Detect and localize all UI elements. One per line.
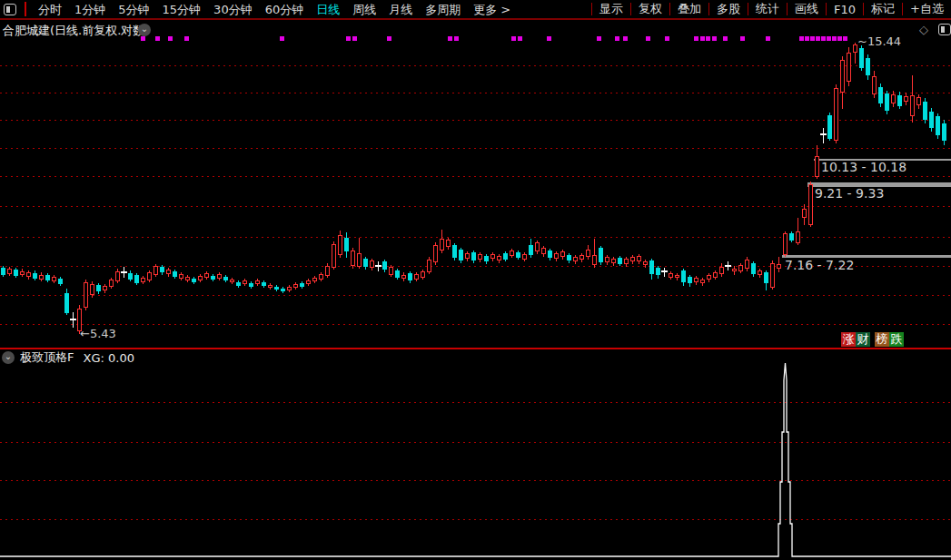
candle-body [440, 239, 444, 251]
candle-body [535, 242, 540, 251]
candle-body [688, 277, 692, 283]
menu-item-分时[interactable]: 分时 [32, 3, 68, 16]
candle-body [866, 58, 870, 75]
candle-body [478, 254, 482, 260]
candle-body [789, 233, 794, 241]
menu-item-复权[interactable]: 复权 [631, 1, 669, 17]
candle-body [141, 278, 145, 282]
candle-body [134, 275, 139, 283]
candle-body [827, 115, 832, 139]
candle-body [281, 289, 285, 291]
candle-doji [820, 133, 827, 135]
candle-body [796, 231, 800, 243]
candle-body [516, 252, 520, 258]
candle-body [605, 257, 609, 262]
candle-body [586, 250, 590, 257]
diamond-icon[interactable]: ◇ [919, 23, 928, 36]
chevron-down-icon[interactable]: ⌄ [2, 351, 15, 364]
indicator-name: 极致顶格F [20, 349, 74, 366]
candle-body [459, 250, 463, 260]
menu-item-周线[interactable]: 周线 [346, 3, 382, 16]
chevron-down-icon[interactable]: ⌄ [138, 24, 151, 36]
indicator-spike-line [0, 363, 951, 556]
candle-body [287, 287, 292, 290]
candle-body [503, 253, 508, 260]
candle-body [897, 95, 902, 106]
candle-body [497, 256, 501, 260]
menu-item-1分钟[interactable]: 1分钟 [68, 3, 112, 16]
candle-body [522, 254, 527, 260]
menu-item-日线[interactable]: 日线 [310, 3, 346, 16]
badge-涨[interactable]: 涨 [841, 332, 856, 347]
menu-item-多股[interactable]: 多股 [709, 1, 748, 17]
candle-body [560, 251, 565, 257]
candle-body [484, 256, 489, 261]
gridline [0, 324, 951, 325]
candle-body [452, 245, 457, 258]
menu-item-F10[interactable]: F10 [827, 3, 863, 16]
candle-body [916, 97, 921, 105]
candle-body [713, 272, 718, 278]
candle-body [103, 286, 107, 290]
badge-财[interactable]: 财 [856, 332, 870, 347]
candle-body [675, 275, 679, 278]
candle-body [936, 116, 940, 135]
candle-body [7, 269, 12, 274]
candle-body [548, 251, 552, 258]
low-price-label: ←5.43 [80, 327, 116, 340]
menu-item-更多 >[interactable]: 更多 > [467, 3, 517, 16]
candle-body [554, 253, 559, 259]
candle-body [910, 95, 915, 116]
candle-body [185, 277, 190, 280]
candle-body [262, 282, 266, 286]
candle-body [681, 270, 686, 282]
candle-body [510, 251, 514, 256]
sidebar-toggle-icon[interactable] [4, 4, 16, 15]
candle-body [128, 273, 133, 280]
gridline [0, 120, 951, 121]
candle-body [923, 102, 927, 120]
candle-doji [725, 265, 731, 267]
menu-item-显示[interactable]: 显示 [592, 1, 630, 17]
candle-body [421, 271, 425, 278]
gap-zone-label: 9.21 - 9.33 [815, 186, 884, 201]
candle-body [1, 268, 5, 275]
candle-body [630, 257, 635, 261]
candle-body [344, 238, 349, 251]
layout-panel-icon[interactable] [938, 24, 951, 35]
candle-body [471, 252, 476, 260]
menu-item-标记[interactable]: 标记 [864, 1, 902, 17]
menu-item-15分钟[interactable]: 15分钟 [156, 3, 208, 16]
menu-item-60分钟[interactable]: 60分钟 [259, 3, 311, 16]
candle-body [84, 282, 88, 308]
menu-item-叠加[interactable]: 叠加 [670, 1, 708, 17]
indicator-spike-plot[interactable] [0, 349, 951, 560]
candle-body [389, 267, 393, 275]
menu-item-5分钟[interactable]: 5分钟 [112, 3, 155, 16]
gridline [0, 295, 951, 296]
candle-body [942, 123, 946, 141]
candle-body [39, 275, 44, 280]
candle-body [90, 284, 94, 295]
badge-跌[interactable]: 跌 [889, 332, 904, 347]
candle-body [815, 156, 819, 177]
candle-body [332, 244, 336, 268]
candle-body [770, 263, 775, 288]
menu-item-+自选[interactable]: +自选 [903, 1, 951, 17]
candle-body [109, 280, 114, 287]
candle-wick [664, 268, 665, 277]
candle-doji [375, 265, 381, 267]
top-menu-bar: 分时1分钟5分钟15分钟30分钟60分钟日线周线月线多周期更多 > 显示复权叠加… [0, 0, 951, 20]
candle-body [306, 280, 311, 284]
candle-body [758, 270, 762, 275]
menu-item-月线[interactable]: 月线 [382, 3, 419, 16]
candle-body [738, 265, 743, 271]
menu-item-30分钟[interactable]: 30分钟 [207, 3, 259, 16]
gridline [0, 148, 951, 149]
menu-item-多周期[interactable]: 多周期 [419, 3, 467, 16]
candle-body [58, 279, 63, 284]
badge-榜[interactable]: 榜 [875, 332, 889, 347]
menu-item-统计[interactable]: 统计 [748, 1, 787, 17]
candle-body [274, 287, 279, 290]
menu-item-画线[interactable]: 画线 [788, 1, 826, 17]
